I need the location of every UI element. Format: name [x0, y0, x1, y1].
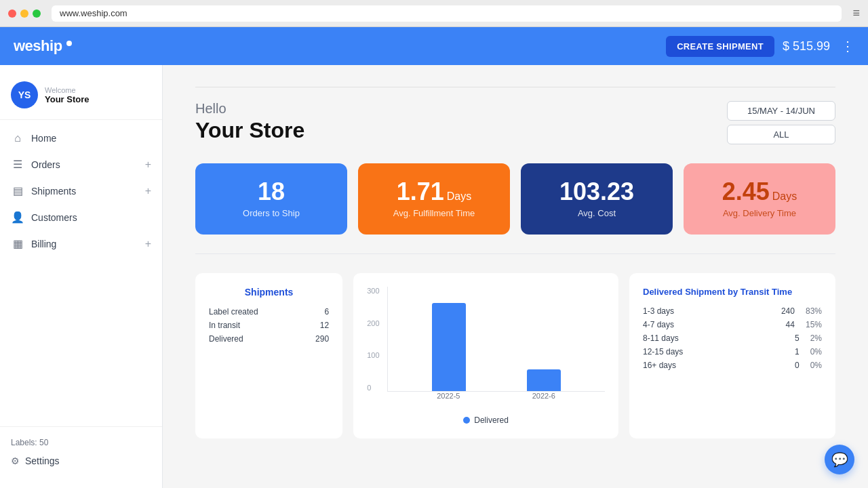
stat-card-cost: 103.23 Avg. Cost [521, 163, 673, 235]
nav-home-label: Home [31, 133, 56, 144]
bars-container [387, 287, 605, 392]
charts-grid: Shipments Label created 6 In transit 12 [195, 273, 835, 439]
nav-shipments-label: Shipments [31, 186, 76, 197]
transit-pct-12-15: 0% [810, 347, 822, 357]
bar-chart-area: 300 200 100 0 [367, 287, 605, 409]
transit-count-12-15: 1 [795, 347, 800, 357]
orders-to-ship-value: 18 [258, 180, 285, 204]
nav-customers-label: Customers [31, 212, 77, 223]
transit-row-16plus: 16+ days 0 0% [643, 361, 822, 370]
bar-chart-card: 300 200 100 0 [353, 273, 618, 439]
delivered-value: 290 [315, 334, 329, 344]
label-created-value: 6 [324, 307, 329, 317]
browser-menu-icon[interactable]: ≡ [852, 6, 860, 20]
transit-range-12-15: 12-15 days [643, 347, 784, 357]
greeting-section: Hello Your Store [195, 101, 304, 143]
shipments-expand-icon[interactable]: + [145, 185, 151, 197]
home-icon: ⌂ [11, 132, 24, 144]
y-label-300: 300 [367, 287, 379, 295]
y-label-0: 0 [367, 384, 379, 392]
main-area: YS Welcome Your Store ⌂ Home ☰ Orders + [0, 65, 868, 488]
shipments-table-title: Shipments [209, 287, 329, 298]
delivered-text: Delivered [209, 334, 243, 344]
minimize-button[interactable] [20, 9, 28, 18]
settings-icon: ⚙ [11, 455, 20, 466]
logo-dot [66, 41, 72, 46]
in-transit-text: In transit [209, 321, 240, 330]
orders-expand-icon[interactable]: + [145, 159, 151, 171]
sidebar-item-billing[interactable]: ▦ Billing + [0, 230, 162, 257]
stat-card-fulfillment: 1.71 Days Avg. Fulfillment Time [358, 163, 510, 235]
sidebar-item-customers[interactable]: 👤 Customers [0, 204, 162, 230]
table-row-label-created: Label created 6 [209, 307, 329, 317]
transit-row-1-3: 1-3 days 240 83% [643, 306, 822, 316]
fulfillment-unit: Days [447, 190, 471, 203]
transit-pct-4-7: 15% [806, 320, 822, 329]
browser-chrome: www.weship.com ≡ [0, 0, 868, 27]
logo-text: weship [14, 37, 62, 55]
sidebar-item-shipments[interactable]: ▤ Shipments + [0, 178, 162, 204]
billing-icon: ▦ [11, 237, 24, 250]
transit-row-4-7: 4-7 days 44 15% [643, 320, 822, 329]
sidebar-footer: Labels: 50 ⚙ Settings [0, 426, 162, 477]
cost-value: 103.23 [559, 180, 634, 204]
app: weship CREATE SHIPMENT $ 515.99 ⋮ YS Wel… [0, 27, 868, 488]
store-name-label: Your Store [45, 94, 90, 104]
transit-row-12-15: 12-15 days 1 0% [643, 347, 822, 357]
maximize-button[interactable] [33, 9, 41, 18]
delivery-label: Avg. Delivery Time [723, 208, 796, 218]
user-info: Welcome Your Store [45, 86, 90, 104]
nav-right: CREATE SHIPMENT $ 515.99 ⋮ [666, 36, 854, 57]
sidebar-item-orders[interactable]: ☰ Orders + [0, 151, 162, 178]
transit-title: Delivered Shipment by Transit Time [643, 287, 822, 297]
bar-2022-5 [432, 303, 466, 391]
page-store-name: Your Store [195, 118, 304, 143]
sidebar-item-home[interactable]: ⌂ Home [0, 125, 162, 151]
address-bar[interactable]: www.weship.com [52, 5, 842, 22]
transit-range-1-3: 1-3 days [643, 306, 770, 316]
top-nav: weship CREATE SHIPMENT $ 515.99 ⋮ [0, 27, 868, 65]
sidebar: YS Welcome Your Store ⌂ Home ☰ Orders + [0, 65, 163, 488]
cost-label: Avg. Cost [578, 208, 616, 218]
table-row-in-transit: In transit 12 [209, 321, 329, 330]
date-range-button[interactable]: 15/MAY - 14/JUN [727, 101, 835, 121]
transit-range-8-11: 8-11 days [643, 333, 784, 343]
user-section: YS Welcome Your Store [0, 76, 162, 120]
all-filter-button[interactable]: ALL [727, 125, 835, 144]
chart-legend: Delivered [367, 415, 605, 425]
legend-dot [463, 417, 470, 424]
balance-display: $ 515.99 [783, 39, 830, 54]
nav-more-icon[interactable]: ⋮ [841, 38, 854, 54]
chat-button[interactable]: 💬 [825, 445, 854, 474]
welcome-label: Welcome [45, 86, 90, 94]
logo: weship [14, 37, 72, 55]
shipments-icon: ▤ [11, 184, 24, 197]
settings-label: Settings [25, 455, 60, 466]
stats-grid: 18 Orders to Ship 1.71 Days Avg. Fulfill… [195, 163, 835, 235]
create-shipment-button[interactable]: CREATE SHIPMENT [666, 36, 774, 57]
shipments-table-card: Shipments Label created 6 In transit 12 [195, 273, 342, 439]
y-label-100: 100 [367, 351, 379, 359]
billing-expand-icon[interactable]: + [145, 238, 151, 250]
transit-pct-8-11: 2% [810, 333, 822, 343]
transit-time-card: Delivered Shipment by Transit Time 1-3 d… [629, 273, 835, 439]
x-axis: 2022-5 2022-6 [387, 392, 605, 400]
greeting-text: Hello [195, 101, 304, 117]
transit-count-1-3: 240 [781, 306, 795, 316]
transit-range-4-7: 4-7 days [643, 320, 775, 329]
close-button[interactable] [8, 9, 16, 18]
content-inner: Hello Your Store 15/MAY - 14/JUN ALL 18 [163, 65, 868, 460]
x-label-2022-6: 2022-6 [532, 392, 555, 400]
transit-count-4-7: 44 [786, 320, 795, 329]
settings-item[interactable]: ⚙ Settings [11, 455, 151, 466]
y-axis: 300 200 100 0 [367, 287, 379, 392]
page-header: Hello Your Store 15/MAY - 14/JUN ALL [195, 101, 835, 144]
legend-label: Delivered [474, 415, 509, 425]
fulfillment-label: Avg. Fulfillment Time [393, 208, 475, 218]
content-area: Hello Your Store 15/MAY - 14/JUN ALL 18 [163, 65, 868, 488]
bar-2022-5-rect [432, 303, 466, 391]
customers-icon: 👤 [11, 211, 24, 224]
url-text: www.weship.com [60, 8, 127, 18]
orders-icon: ☰ [11, 158, 24, 171]
in-transit-value: 12 [320, 321, 329, 330]
